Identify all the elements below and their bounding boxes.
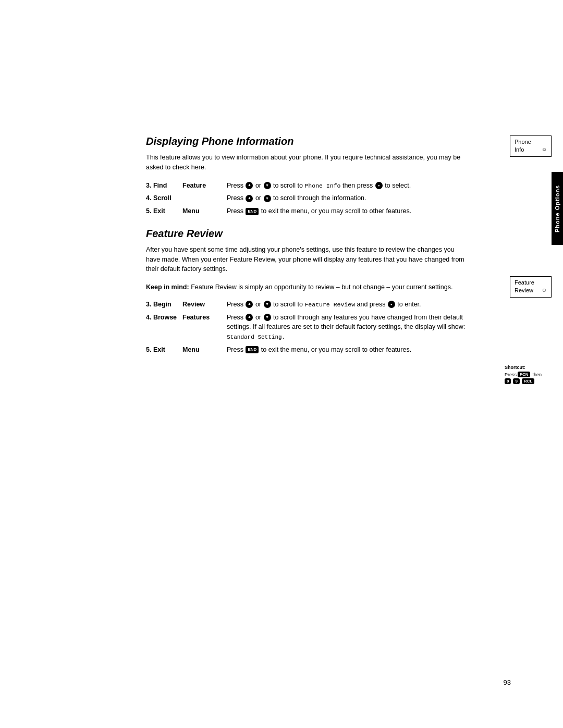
step5-label: Menu	[182, 206, 227, 216]
sec2-step3-desc: Press or to scroll to Feature Review and…	[227, 300, 469, 310]
scroll-up-icon-s2-3	[246, 301, 253, 308]
scroll-down-icon-3a	[264, 182, 271, 189]
section2: Feature Review After you have spent some…	[146, 228, 469, 355]
main-content: Displaying Phone Information This featur…	[146, 135, 469, 355]
section2-step5: 5. Exit Menu Press END to exit the menu,…	[146, 345, 469, 355]
step4-label	[182, 193, 227, 203]
shortcut-0-key: 0	[505, 378, 511, 384]
shortcut-label: Shortcut:	[505, 365, 552, 370]
select-icon-3a	[375, 182, 383, 189]
section1-steps: 3. Find Feature Press or to scroll to Ph…	[146, 181, 469, 216]
shortcut-fcn-key: FCN	[518, 372, 530, 377]
step3-label: Feature	[182, 181, 227, 191]
section1-intro: This feature allows you to view informat…	[146, 153, 469, 172]
sec2-step4-desc: Press or to scroll through any features …	[227, 313, 469, 342]
scroll-down-icon-4	[264, 195, 271, 202]
shortcut-press-text: Press	[505, 372, 517, 377]
shortcut-then-text: then	[532, 372, 542, 377]
feature-review-box-line1: Feature	[515, 279, 534, 286]
end-btn-5a: END	[246, 208, 259, 215]
section1-step5: 5. Exit Menu Press END to exit the menu,…	[146, 206, 469, 216]
section2-steps: 3. Begin Review Press or to scroll to Fe…	[146, 300, 469, 355]
feature-review-box-icon: ☺	[542, 287, 547, 294]
scroll-down-icon-s2-4	[264, 314, 271, 321]
sec2-step5-num: 5. Exit	[146, 345, 182, 355]
shortcut-key-row2: 0 9 RCL	[505, 378, 552, 384]
sec2-step3-label: Review	[182, 300, 227, 310]
section1-step4: 4. Scroll Press or to scroll through the…	[146, 193, 469, 203]
page-number: 93	[504, 678, 511, 686]
scroll-up-icon-3a	[246, 182, 253, 189]
feature-review-box-line2: Review	[515, 287, 533, 293]
section2-title: Feature Review	[146, 228, 469, 240]
page-container: Phone Info ☺ Phone Options Feature Revie…	[0, 0, 563, 728]
phone-options-tab: Phone Options	[552, 172, 563, 245]
end-btn-s2-5: END	[246, 346, 259, 353]
step5-desc: Press END to exit the menu, or you may s…	[227, 206, 469, 216]
sec2-step4-label: Features	[182, 313, 227, 342]
step4-desc: Press or to scroll through the informati…	[227, 193, 469, 203]
feature-review-sidebar-box: Feature Review ☺	[510, 276, 552, 298]
sec2-step5-label: Menu	[182, 345, 227, 355]
shortcut-box: Shortcut: Press FCN then 0 9 RCL	[505, 365, 552, 384]
scroll-up-icon-4	[246, 195, 253, 202]
section1-step3: 3. Find Feature Press or to scroll to Ph…	[146, 181, 469, 191]
step4-num: 4. Scroll	[146, 193, 182, 203]
scroll-up-icon-s2-4	[246, 314, 253, 321]
section2-step4: 4. Browse Features Press or to scroll th…	[146, 313, 469, 342]
phone-info-icon: ☺	[542, 146, 547, 153]
select-icon-s2-3	[388, 301, 395, 308]
standard-setting-text: Standard Setting.	[227, 334, 285, 340]
phone-info-line2: Info	[515, 146, 524, 153]
phone-info-box: Phone Info ☺	[510, 135, 552, 162]
step3-desc: Press or to scroll to Phone Info then pr…	[227, 181, 469, 191]
sec2-step3-num: 3. Begin	[146, 300, 182, 310]
shortcut-rcl-key: RCL	[522, 378, 534, 384]
section1-title: Displaying Phone Information	[146, 135, 469, 147]
sec2-step5-desc: Press END to exit the menu, or you may s…	[227, 345, 469, 355]
section2-keep-in-mind: Keep in mind: Feature Review is simply a…	[146, 282, 469, 292]
section2-step3: 3. Begin Review Press or to scroll to Fe…	[146, 300, 469, 310]
scroll-down-icon-s2-3	[264, 301, 271, 308]
sec2-step4-num: 4. Browse	[146, 313, 182, 342]
step5-num: 5. Exit	[146, 206, 182, 216]
section2-intro: After you have spent some time adjusting…	[146, 245, 469, 274]
step3-num: 3. Find	[146, 181, 182, 191]
shortcut-key-row1: Press FCN then	[505, 372, 552, 377]
phone-info-line1: Phone	[515, 139, 531, 145]
shortcut-9-key: 9	[513, 378, 519, 384]
